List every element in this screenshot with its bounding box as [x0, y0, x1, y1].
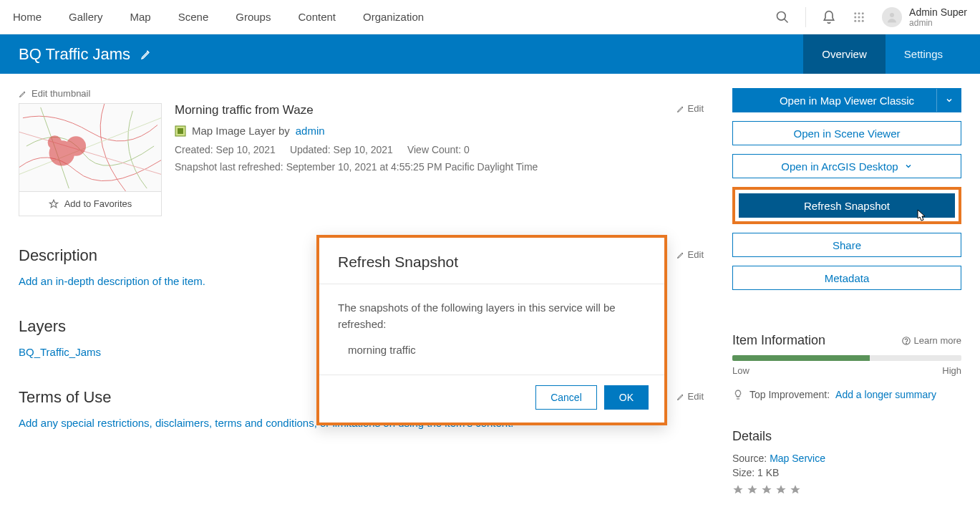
- source-label: Source:: [732, 453, 770, 464]
- updated-label: Updated: Sep 10, 2021: [290, 144, 393, 155]
- open-arcgis-desktop-button[interactable]: Open in ArcGIS Desktop: [732, 154, 961, 178]
- svg-point-3: [858, 12, 860, 14]
- rating-stars[interactable]: [732, 484, 961, 496]
- edit-description-label: Edit: [688, 249, 704, 260]
- viewcount-label: View Count: 0: [407, 144, 470, 155]
- item-info-progress: [732, 355, 961, 361]
- nav-organization[interactable]: Organization: [363, 11, 424, 23]
- svg-point-11: [890, 13, 894, 17]
- svg-point-15: [48, 135, 62, 150]
- item-info-heading: Item Information: [732, 333, 825, 348]
- dialog-title: Refresh Snapshot: [338, 254, 646, 271]
- edit-thumbnail-link[interactable]: Edit thumbnail: [19, 88, 704, 99]
- ok-button[interactable]: OK: [604, 385, 649, 410]
- titlebar: BQ Traffic Jams Overview Settings: [0, 34, 980, 74]
- details-heading: Details: [732, 429, 961, 444]
- svg-point-19: [906, 343, 906, 344]
- open-scene-label: Open in Scene Viewer: [794, 127, 901, 140]
- bell-icon[interactable]: [822, 10, 836, 24]
- open-classic-label: Open in Map Viewer Classic: [780, 95, 914, 107]
- svg-point-8: [854, 19, 856, 21]
- search-icon[interactable]: [775, 10, 790, 24]
- open-desktop-label: Open in ArcGIS Desktop: [781, 160, 898, 173]
- metadata-button[interactable]: Metadata: [732, 266, 961, 290]
- svg-point-14: [66, 136, 86, 156]
- open-map-viewer-classic-button[interactable]: Open in Map Viewer Classic: [732, 88, 961, 112]
- page-title: BQ Traffic Jams: [19, 45, 130, 64]
- avatar: [882, 7, 902, 27]
- svg-line-1: [785, 19, 788, 22]
- learn-more-label: Learn more: [914, 335, 961, 346]
- svg-point-10: [862, 19, 864, 21]
- refresh-snapshot-label: Refresh Snapshot: [804, 200, 890, 212]
- size-label: Size: 1 KB: [732, 467, 961, 478]
- open-classic-dropdown[interactable]: [936, 89, 961, 112]
- user-sub: admin: [909, 18, 967, 28]
- item-owner-link[interactable]: admin: [296, 125, 325, 137]
- cancel-button[interactable]: Cancel: [535, 385, 597, 410]
- svg-point-6: [858, 16, 860, 18]
- improvement-link[interactable]: Add a longer summary: [835, 389, 936, 400]
- improvement-label: Top Improvement:: [749, 389, 830, 400]
- edit-terms-link[interactable]: Edit: [676, 391, 704, 402]
- created-label: Created: Sep 10, 2021: [175, 144, 276, 155]
- item-title: Morning traffic from Waze: [175, 103, 704, 117]
- item-type-label: Map Image Layer by: [192, 125, 290, 137]
- share-button[interactable]: Share: [732, 233, 961, 257]
- edit-summary-link[interactable]: Edit: [676, 103, 704, 114]
- edit-terms-label: Edit: [688, 391, 704, 402]
- user-name: Admin Super: [909, 6, 967, 18]
- share-label: Share: [833, 239, 861, 251]
- refresh-snapshot-button[interactable]: Refresh Snapshot: [739, 193, 955, 218]
- nav-gallery[interactable]: Gallery: [69, 11, 103, 23]
- scale-low: Low: [732, 365, 749, 376]
- tab-settings[interactable]: Settings: [886, 34, 961, 74]
- svg-point-0: [777, 11, 786, 20]
- user-menu[interactable]: Admin Super admin: [882, 6, 967, 28]
- add-description-link[interactable]: Add an in-depth description of the item.: [19, 275, 205, 287]
- divider: [805, 7, 806, 27]
- learn-more-link[interactable]: Learn more: [901, 335, 961, 346]
- nav-groups[interactable]: Groups: [236, 11, 271, 23]
- edit-thumbnail-label: Edit thumbnail: [31, 88, 90, 99]
- topnav-right: Admin Super admin: [775, 6, 967, 28]
- svg-point-9: [858, 19, 860, 21]
- add-to-favorites-label: Add to Favorites: [64, 198, 132, 209]
- svg-point-2: [854, 12, 856, 14]
- top-nav: Home Gallery Map Scene Groups Content Or…: [0, 0, 980, 34]
- chevron-down-icon: [904, 162, 913, 170]
- refresh-snapshot-highlight: Refresh Snapshot: [732, 187, 961, 224]
- thumbnail: [19, 103, 162, 192]
- titlebar-tabs: Overview Settings: [803, 34, 961, 74]
- svg-point-5: [854, 16, 856, 18]
- item-info-progress-fill: [732, 355, 870, 361]
- edit-title-icon[interactable]: [140, 49, 152, 60]
- dialog-layer-name: morning traffic: [338, 342, 646, 359]
- dialog-body-text: The snapshots of the following layers in…: [338, 300, 646, 332]
- svg-point-7: [862, 16, 864, 18]
- tab-overview[interactable]: Overview: [803, 34, 886, 74]
- open-scene-viewer-button[interactable]: Open in Scene Viewer: [732, 121, 961, 145]
- nav-home[interactable]: Home: [13, 11, 42, 23]
- nav-scene[interactable]: Scene: [178, 11, 209, 23]
- lightbulb-icon: [732, 389, 744, 400]
- metadata-label: Metadata: [825, 272, 870, 284]
- nav-items: Home Gallery Map Scene Groups Content Or…: [13, 11, 424, 23]
- edit-summary-label: Edit: [688, 103, 704, 114]
- layer-link[interactable]: BQ_Traffic_Jams: [19, 346, 101, 358]
- nav-content[interactable]: Content: [298, 11, 336, 23]
- refresh-snapshot-dialog: Refresh Snapshot The snapshots of the fo…: [316, 235, 667, 425]
- snapshot-refreshed-label: Snapshot last refreshed: September 10, 2…: [175, 161, 704, 173]
- source-link[interactable]: Map Service: [770, 453, 825, 464]
- svg-point-4: [862, 12, 864, 14]
- add-to-favorites-button[interactable]: Add to Favorites: [19, 192, 162, 216]
- layer-type-icon: [175, 125, 186, 137]
- scale-high: High: [942, 365, 961, 376]
- user-text: Admin Super admin: [909, 6, 967, 28]
- nav-map[interactable]: Map: [130, 11, 151, 23]
- edit-description-link[interactable]: Edit: [676, 249, 704, 260]
- svg-rect-17: [178, 128, 183, 134]
- apps-grid-icon[interactable]: [852, 10, 866, 24]
